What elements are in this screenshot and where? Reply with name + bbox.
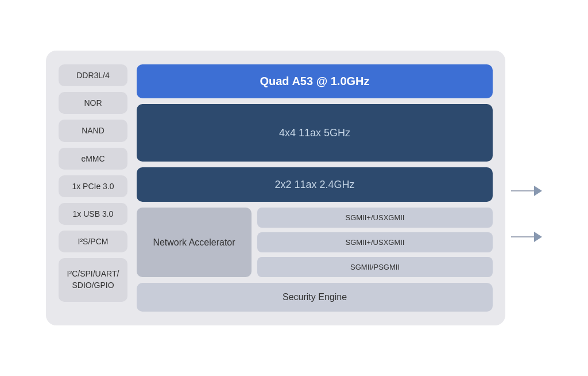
port-sgmii-2: SGMII+/USXGMII (257, 232, 493, 252)
label-pcie: 1x PCIe 3.0 (59, 175, 127, 197)
wifi24-block: 2x2 11ax 2.4GHz (137, 167, 493, 202)
port-sgmii-1: SGMII+/USXGMII (257, 208, 493, 228)
arrow-wifi5 (511, 186, 542, 196)
network-row: Network Accelerator SGMII+/USXGMII SGMII… (137, 208, 493, 277)
label-nand: NAND (59, 120, 127, 141)
wifi5-block: 4x4 11ax 5GHz (137, 104, 493, 162)
security-engine-block: Security Engine (137, 283, 493, 312)
arrow-head-1 (534, 186, 542, 196)
label-ddr: DDR3L/4 (59, 64, 127, 86)
arrow-head-2 (534, 232, 542, 242)
label-nor: NOR (59, 92, 127, 114)
label-usb: 1x USB 3.0 (59, 203, 127, 225)
cpu-block: Quad A53 @ 1.0GHz (137, 64, 493, 98)
network-ports-column: SGMII+/USXGMII SGMII+/USXGMII SGMII/PSGM… (257, 208, 493, 277)
network-accelerator-block: Network Accelerator (137, 208, 252, 277)
port-psgmii: SGMII/PSGMII (257, 257, 493, 277)
arrow-line-1 (511, 190, 534, 191)
label-emmc: eMMC (59, 148, 127, 170)
label-i2c: I²C/SPI/UART/ SDIO/GPIO (59, 258, 127, 301)
arrows-container (511, 134, 542, 242)
diagram-wrapper: DDR3L/4 NOR NAND eMMC 1x PCIe 3.0 1x USB… (46, 51, 542, 325)
right-blocks-column: Quad A53 @ 1.0GHz 4x4 11ax 5GHz 2x2 11ax… (137, 64, 493, 312)
arrow-wifi24 (511, 232, 542, 242)
label-i2s: I²S/PCM (59, 231, 127, 252)
main-block-diagram: DDR3L/4 NOR NAND eMMC 1x PCIe 3.0 1x USB… (46, 51, 505, 325)
arrow-line-2 (511, 236, 534, 237)
left-labels-column: DDR3L/4 NOR NAND eMMC 1x PCIe 3.0 1x USB… (59, 64, 127, 312)
